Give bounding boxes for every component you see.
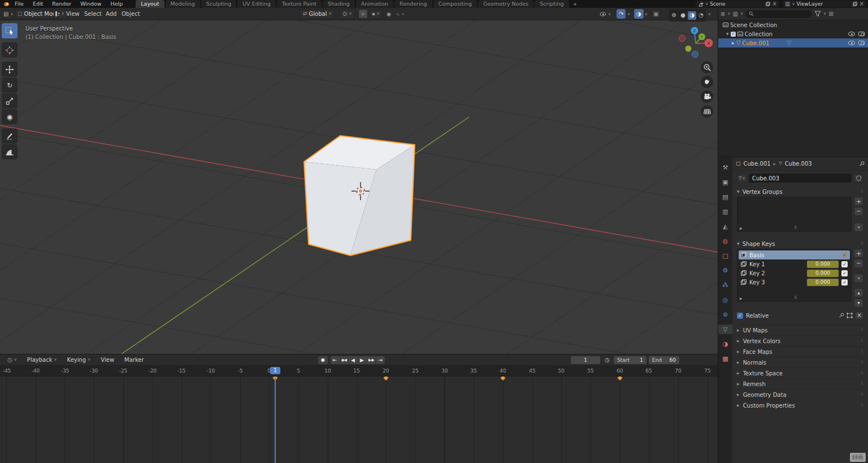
shading-solid-button[interactable] <box>679 11 687 20</box>
outliner-display-mode-icon[interactable] <box>721 11 725 17</box>
outliner-search-input[interactable] <box>745 10 812 18</box>
tab-geometry-nodes[interactable]: Geometry Nodes <box>478 0 533 8</box>
timeline-ruler[interactable]: -45 -40 -35 -30 -25 -20 -15 -10 -5 0 5 1… <box>0 366 718 377</box>
transform-orientation-dropdown[interactable]: Global <box>300 9 335 19</box>
render-visibility-icon[interactable] <box>858 32 865 36</box>
next-keyframe-button[interactable] <box>367 356 376 364</box>
navigation-gizmo[interactable]: Z Y X <box>677 25 714 61</box>
tab-physics[interactable] <box>718 295 732 305</box>
expand-icon[interactable] <box>726 32 729 36</box>
keyframe-marker[interactable] <box>617 377 623 380</box>
shapekey-move-down-button[interactable] <box>854 298 863 308</box>
gizmo-dropdown[interactable] <box>627 8 630 20</box>
panel-texture-space[interactable]: Texture Space <box>737 367 863 378</box>
shapekey-pin-icon[interactable] <box>839 313 844 318</box>
orthographic-toggle-button[interactable] <box>701 105 713 118</box>
menu-marker[interactable]: Marker <box>120 357 149 363</box>
tool-rotate[interactable] <box>2 77 18 93</box>
snap-settings-dropdown[interactable] <box>369 9 383 19</box>
menu-window[interactable]: Window <box>76 0 105 8</box>
panel-vertex-colors[interactable]: Vertex Colors <box>737 335 863 346</box>
xray-toggle[interactable] <box>651 9 661 19</box>
clear-shapekeys-button[interactable] <box>855 311 863 319</box>
add-workspace-button[interactable]: + <box>570 0 580 8</box>
vertex-groups-list[interactable] <box>737 197 852 232</box>
tab-scripting[interactable]: Scripting <box>535 0 568 8</box>
outliner-row-scene-collection[interactable]: Scene Collection <box>718 20 868 29</box>
outliner-row-cube001[interactable]: Cube.001 <box>718 38 868 47</box>
resize-grip-icon[interactable] <box>794 296 797 300</box>
current-frame-field[interactable]: 1 <box>571 356 600 364</box>
shape-key-value-slider[interactable]: 0.000 <box>807 279 839 286</box>
menu-keying[interactable]: Keying <box>63 357 96 363</box>
jump-to-end-button[interactable] <box>376 356 385 364</box>
overlays-dropdown[interactable] <box>645 8 648 20</box>
play-reverse-button[interactable] <box>349 356 358 364</box>
vgroup-remove-button[interactable] <box>854 207 863 216</box>
shape-keys-panel-header[interactable]: Shape Keys <box>737 239 863 249</box>
new-viewlayer-icon[interactable] <box>853 2 857 6</box>
tab-uv-editing[interactable]: UV Editing <box>237 0 276 8</box>
mode-options-button[interactable] <box>54 9 58 19</box>
proportional-falloff-dropdown[interactable] <box>396 8 405 20</box>
new-collection-icon[interactable] <box>828 11 833 17</box>
panel-uv-maps[interactable]: UV Maps <box>737 324 863 335</box>
tab-compositing[interactable]: Compositing <box>433 0 478 8</box>
tab-modeling[interactable]: Modeling <box>166 0 200 8</box>
shape-key-row-basis[interactable]: Basis <box>739 250 850 259</box>
show-overlays-toggle[interactable] <box>634 9 644 19</box>
keyframe-marker[interactable] <box>500 377 506 380</box>
vgroup-specials-button[interactable] <box>854 223 863 232</box>
tool-annotate[interactable] <box>2 128 18 144</box>
tab-animation[interactable]: Animation <box>356 0 393 8</box>
shape-key-mute-checkbox[interactable] <box>841 261 848 267</box>
expand-icon[interactable] <box>732 41 735 45</box>
new-scene-icon[interactable] <box>766 2 770 6</box>
timeline-track-area[interactable] <box>0 377 718 463</box>
prev-keyframe-button[interactable] <box>340 356 349 364</box>
resize-grip-icon[interactable] <box>794 226 797 230</box>
auto-keying-record-button[interactable] <box>318 356 328 364</box>
play-button[interactable] <box>358 356 367 364</box>
snap-toggle[interactable] <box>358 9 368 19</box>
tool-measure[interactable] <box>2 144 18 159</box>
expand-icon[interactable] <box>740 297 743 300</box>
vgroup-add-button[interactable] <box>854 197 863 206</box>
shape-key-row-key3[interactable]: Key 3 0.000 <box>739 278 850 287</box>
shapekey-edit-mode-icon[interactable] <box>847 313 853 318</box>
mode-selector[interactable]: Object Mode <box>15 9 67 19</box>
breadcrumb-data[interactable]: Cube.003 <box>785 161 812 167</box>
shapekey-add-button[interactable] <box>854 249 863 258</box>
tab-texture-paint[interactable]: Texture Paint <box>277 0 322 8</box>
current-frame-badge[interactable]: 1 <box>270 367 280 374</box>
timeline-editor-type-dropdown[interactable] <box>3 357 21 363</box>
expand-icon[interactable] <box>740 227 743 230</box>
drag-grip-icon[interactable] <box>861 371 863 375</box>
hide-eye-icon[interactable] <box>848 41 855 45</box>
shape-key-row-key2[interactable]: Key 2 0.000 <box>739 269 850 278</box>
tab-view-layer[interactable] <box>718 207 732 217</box>
tool-cursor[interactable] <box>2 42 18 58</box>
drag-grip-icon[interactable] <box>861 361 863 365</box>
shape-key-mute-checkbox[interactable] <box>841 252 848 258</box>
tab-shading[interactable]: Shading <box>323 0 355 8</box>
pivot-point-dropdown[interactable] <box>340 9 355 19</box>
drag-grip-icon[interactable] <box>861 328 863 332</box>
pin-icon[interactable] <box>859 161 865 167</box>
drag-grip-icon[interactable] <box>861 350 863 354</box>
shape-key-value-slider[interactable]: 0.000 <box>807 261 839 268</box>
tab-sculpting[interactable]: Sculpting <box>201 0 236 8</box>
viewlayer-selector[interactable]: ViewLayer <box>783 1 866 7</box>
menu-view[interactable]: View <box>96 357 119 363</box>
tab-material[interactable] <box>718 339 732 349</box>
use-preview-range-icon[interactable] <box>605 357 610 363</box>
tab-texture[interactable] <box>718 354 732 364</box>
shapekey-specials-button[interactable] <box>854 274 863 283</box>
playhead[interactable] <box>275 377 276 463</box>
menu-edit[interactable]: Edit <box>29 0 47 8</box>
drag-grip-icon[interactable] <box>861 190 863 194</box>
shapekey-move-up-button[interactable] <box>854 288 863 297</box>
panel-custom-properties[interactable]: Custom Properties <box>737 400 863 410</box>
tab-world[interactable] <box>718 236 732 246</box>
tab-tool[interactable] <box>718 163 732 172</box>
